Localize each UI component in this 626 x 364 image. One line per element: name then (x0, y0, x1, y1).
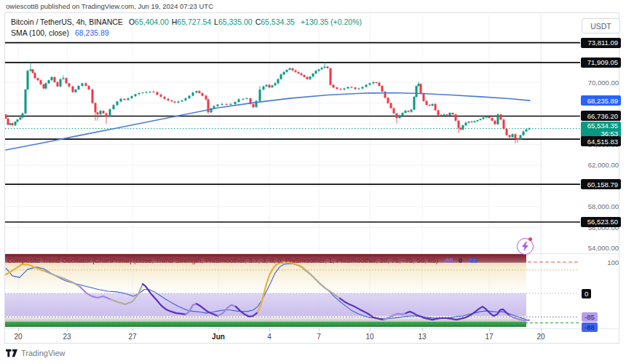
price-level-badge: 56,523.50 (581, 217, 621, 227)
time-tick-label: 13 (418, 333, 426, 341)
time-tick-label: 20 (536, 333, 544, 341)
indicator-title[interactable]: Composite Trend Oscillator [ChartPrime] … (7, 256, 438, 264)
time-tick-mark (269, 328, 270, 331)
symbol-title[interactable]: Bitcoin / TetherUS, 4h, BINANCE (11, 17, 123, 28)
time-tick-mark (18, 328, 19, 331)
tradingview-logo-icon (6, 349, 17, 357)
legend: Bitcoin / TetherUS, 4h, BINANCE O65,404.… (11, 17, 362, 39)
indicator-status-value: -85 (443, 256, 453, 264)
ohlc-values: O65,404.00H65,727.54L65,335.00C65,534.35 (126, 17, 295, 28)
price-tick-label: 62,000.00 (580, 161, 619, 169)
price-tick-label: 70,000.00 (580, 79, 619, 87)
indicator-value-badge: -88 (582, 323, 598, 332)
ohlc-value: 65,534.35 (261, 17, 295, 26)
change-value: +130.35 (+0.20%) (301, 17, 362, 28)
price-tick-label: 58,000.00 (580, 202, 619, 210)
time-tick-mark (218, 328, 219, 331)
time-tick-label: 17 (485, 333, 493, 341)
symbol-row[interactable]: Bitcoin / TetherUS, 4h, BINANCE O65,404.… (11, 17, 362, 28)
time-tick-label: 7 (317, 333, 321, 341)
currency-toggle-button[interactable]: USDT (582, 18, 620, 33)
time-tick-mark (422, 328, 423, 331)
indicator-status-value: 0 (459, 256, 462, 264)
price-level-badge: 64,515.83 (581, 136, 621, 146)
indicator-value-badge: 0 (582, 289, 591, 298)
time-tick-mark (370, 328, 371, 331)
price-level-badge: 66,736.20 (581, 111, 621, 121)
price-level-badge: 71,909.05 (581, 58, 621, 68)
indicator-value-badge: -85 (582, 312, 598, 322)
ohlc-value: 65,335.00 (218, 17, 253, 26)
sma-label[interactable]: SMA (100, close) (11, 28, 69, 39)
time-axis-separator (5, 328, 619, 329)
published-bar: owiescott8 published on TradingView.com,… (6, 2, 213, 10)
time-tick-label: 23 (63, 333, 71, 341)
price-level-badge: 68,235.89 (581, 95, 621, 106)
notification-dot (528, 237, 532, 241)
time-tick-label: 4 (267, 333, 272, 341)
price-level-badge: 60,158.79 (581, 179, 621, 189)
sma-row[interactable]: SMA (100, close) 68,235.89 (11, 28, 362, 39)
ohlc-value: 65,404.00 (135, 17, 169, 26)
price-tick-label: 54,000.00 (580, 244, 619, 252)
ohlc-value: 65,727.54 (177, 17, 211, 26)
time-tick-mark (67, 328, 68, 331)
tradingview-published-chart: owiescott8 published on TradingView.com,… (0, 0, 626, 364)
attribution-text: TradingView (21, 349, 66, 357)
time-tick-mark (489, 328, 490, 331)
indicator-values: -850-88 (438, 256, 478, 264)
time-tick-mark (132, 328, 133, 331)
attribution[interactable]: TradingView (6, 349, 66, 357)
oscillator-pane[interactable] (5, 253, 580, 328)
sma-value: 68,235.89 (75, 28, 109, 39)
ohlc-key: O (129, 17, 135, 26)
time-tick-label: 27 (128, 333, 136, 341)
main-price-pane[interactable] (5, 12, 580, 253)
indicator-title-row[interactable]: Composite Trend Oscillator [ChartPrime] … (7, 256, 478, 264)
time-tick-label: Jun (212, 333, 225, 341)
indicator-tick-label: 100 (580, 258, 619, 266)
time-tick-label: 20 (14, 333, 22, 341)
time-tick-mark (319, 328, 320, 331)
time-tick-label: 10 (365, 333, 373, 341)
price-level-badge: 73,811.09 (581, 38, 621, 48)
time-tick-mark (541, 328, 542, 331)
indicator-status-value: -88 (467, 256, 478, 264)
